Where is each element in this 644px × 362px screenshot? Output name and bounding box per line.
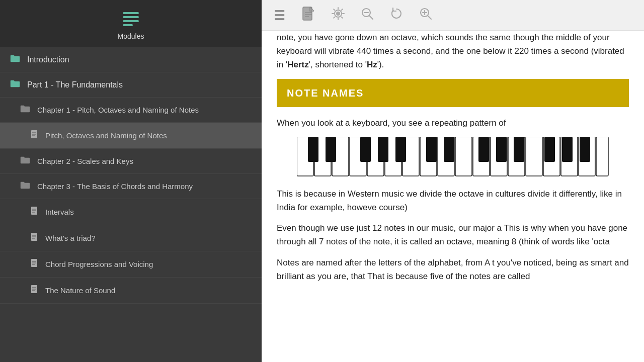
folder-icon-introduction [10,54,20,65]
piano-keyboard-svg: /* no script in svg */ [297,137,609,177]
sidebar-item-triad[interactable]: What's a triad? [0,225,262,251]
sidebar-item-part1[interactable]: Part 1 - The Fundamentals [0,72,262,98]
svg-line-32 [369,16,373,19]
svg-rect-46 [455,137,472,176]
content-notes-named: Notes are named after the letters of the… [277,256,629,283]
hz-bold: Hz [367,60,377,69]
svg-rect-63 [496,137,507,162]
svg-rect-57 [360,137,371,162]
svg-rect-59 [395,137,406,162]
file-icon [301,11,315,24]
svg-rect-67 [580,137,590,162]
svg-rect-66 [562,137,573,162]
svg-rect-54 [596,137,608,176]
sidebar-item-chapter2[interactable]: Chapter 2 - Scales and Keys [0,149,262,174]
doc-icon-triad [30,232,38,244]
folder-icon-chapter2 [20,156,30,166]
svg-line-36 [428,16,431,19]
svg-rect-58 [378,137,388,162]
svg-rect-3 [123,24,133,26]
zoom-in-button[interactable] [415,5,436,25]
sidebar-item-chapter2-label: Chapter 2 - Scales and Keys [37,157,133,165]
sidebar-item-intervals-label: Intervals [45,208,74,216]
refresh-button[interactable] [386,5,407,25]
doc-icon-nature-of-sound [30,285,38,296]
sidebar-item-introduction-label: Introduction [27,55,69,64]
zoom-out-button[interactable] [357,5,378,25]
doc-icon-intervals [30,206,38,218]
sidebar-item-chord-prog-label: Chord Progressions and Voicing [45,260,153,268]
sidebar-item-part1-label: Part 1 - The Fundamentals [27,80,123,89]
folder-icon-chapter3 [20,181,30,192]
toolbar: ☰ [262,0,644,31]
zoom-in-icon [419,10,432,23]
svg-rect-0 [123,12,139,14]
doc-icon-pitch [30,130,38,141]
svg-rect-24 [303,7,312,20]
keyboard-image: /* no script in svg */ [277,137,629,177]
sidebar-item-pitch-label: Pitch, Octaves and Naming of Notes [45,131,167,140]
svg-rect-2 [123,20,139,22]
content-western-music: This is because in Western music we divi… [277,187,629,214]
svg-rect-1 [123,16,139,18]
sidebar-item-chord-prog[interactable]: Chord Progressions and Voicing [0,251,262,278]
sidebar-item-nature-of-sound-label: The Nature of Sound [45,286,115,295]
svg-rect-50 [526,137,542,176]
svg-rect-61 [444,137,454,162]
sidebar-header: Modules [0,0,262,47]
sidebar-item-nature-of-sound[interactable]: The Nature of Sound [0,278,262,304]
svg-rect-60 [426,137,437,162]
svg-rect-56 [326,137,336,162]
sidebar-item-chapter1[interactable]: Chapter 1 - Pitch, Octaves and Naming of… [0,98,262,123]
sidebar-item-chapter1-label: Chapter 1 - Pitch, Octaves and Naming of… [37,106,199,114]
folder-icon-chapter1 [20,105,30,115]
sidebar-item-intervals[interactable]: Intervals [0,199,262,225]
sidebar-item-pitch[interactable]: Pitch, Octaves and Naming of Notes [0,123,262,149]
svg-rect-55 [308,137,318,162]
refresh-icon [390,10,403,23]
sidebar-item-introduction[interactable]: Introduction [0,47,262,72]
file-button[interactable] [297,4,319,26]
svg-rect-64 [514,137,524,162]
sidebar: Modules Introduction Part 1 - The Fundam… [0,0,262,362]
modules-label: Modules [118,32,144,40]
sidebar-item-chapter3[interactable]: Chapter 3 - The Basis of Chords and Harm… [0,174,262,199]
folder-icon-part1 [10,79,20,90]
hertz-bold: Hertz [287,60,309,69]
note-names-label: NOTE NAMES [287,87,364,99]
modules-icon [121,9,141,29]
menu-icon: ☰ [274,8,285,23]
content-even-though: Even though we use just 12 notes in our … [277,221,629,248]
doc-icon-chord-prog [30,258,38,270]
content-area[interactable]: note, you have gone down an octave, whic… [262,31,644,362]
content-intro: note, you have gone down an octave, whic… [277,31,629,72]
sidebar-item-triad-label: What's a triad? [45,234,96,242]
main-content: ☰ [262,0,644,362]
sidebar-item-chapter3-label: Chapter 3 - The Basis of Chords and Harm… [37,182,193,191]
svg-rect-65 [544,137,555,162]
svg-point-28 [336,12,340,16]
zoom-out-icon [361,10,374,23]
settings-button[interactable] [328,5,349,25]
content-when-you-look: When you look at a keyboard, you see a r… [277,116,629,130]
sidebar-item-pitch-wrapper: Pitch, Octaves and Naming of Notes [0,123,262,149]
menu-button[interactable]: ☰ [270,6,289,25]
svg-rect-62 [478,137,489,162]
settings-icon [332,10,345,23]
note-names-banner: NOTE NAMES [277,79,629,107]
